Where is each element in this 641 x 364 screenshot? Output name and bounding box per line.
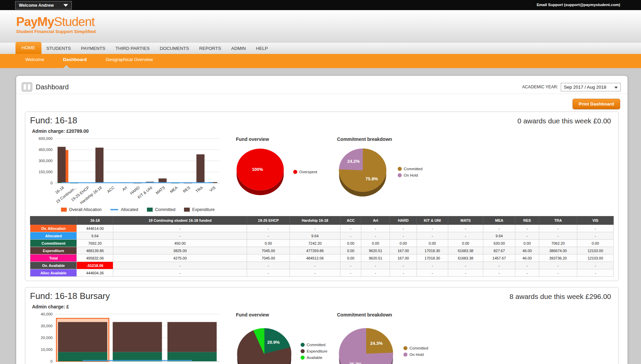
tab-home[interactable]: HOME <box>16 42 41 54</box>
sub-nav: WelcomeDashboardGeographical Overview <box>0 54 641 68</box>
legend-item-committed: Committed <box>403 346 428 350</box>
table-cell: - <box>577 262 614 269</box>
svg-text:0: 0 <box>51 181 53 185</box>
bar-committed <box>167 352 217 361</box>
x-axis-label: 16-18 <box>54 185 65 195</box>
table-row-committment: Committment7692.20450.000.007242.200.000… <box>30 240 614 247</box>
table-row-ov-available: Ov. Available-51218.06------------ <box>30 262 614 269</box>
user-dropdown[interactable]: Welcome Andrew <box>15 1 72 9</box>
legend-dot <box>403 353 407 357</box>
table-header-19-25-ehcp: 19-25 EHCP <box>247 216 290 225</box>
tab-help[interactable]: HELP <box>251 43 273 54</box>
table-cell: - <box>113 225 247 232</box>
fund1-charts-row: 0150,000300,000450,000600,00016-1819 Con… <box>30 135 614 212</box>
svg-text:30,000: 30,000 <box>41 324 53 328</box>
fund1-overview-legend: Overspent <box>293 170 317 174</box>
fund2-breakdown-legend: CommittedOn Hold <box>403 346 428 357</box>
legend-marker <box>147 208 153 212</box>
table-cell: - <box>290 269 340 277</box>
legend-item-committed: Committed <box>398 167 423 171</box>
main-nav: HOMESTUDENTSPAYMENTSTHIRD PARTIESDOCUMEN… <box>0 43 641 54</box>
table-cell: - <box>539 232 577 240</box>
legend-item-overall-allocation: Overall Allocation <box>61 207 102 212</box>
tab-admin[interactable]: ADMIN <box>226 43 251 54</box>
pie-slice-label: 24.3% <box>370 341 383 346</box>
logo-bold: PayMy <box>16 15 54 29</box>
table-cell: - <box>448 262 483 269</box>
x-axis-label: ACC <box>106 185 115 193</box>
x-axis-label: TRA <box>195 185 204 193</box>
table-cell: 7692.20 <box>77 240 113 247</box>
table-cell: - <box>417 262 448 269</box>
row-label: Allocated <box>30 232 77 240</box>
fund2-charts-row: 010,00020,00030,00040,000 Fund overview … <box>30 311 614 364</box>
x-axis-label: Art <box>121 185 128 192</box>
table-cell: 0.00 <box>361 240 390 247</box>
row-label: Alloc Available <box>30 269 77 277</box>
table-header-vis: VIS <box>577 216 614 225</box>
fund1-overview-pie: 100% <box>235 142 291 202</box>
page-title: Dashboard <box>36 83 69 91</box>
svg-text:450,000: 450,000 <box>38 148 53 152</box>
x-axis-label: Hardship 16-18 <box>79 185 102 205</box>
legend-dot <box>293 170 297 174</box>
table-cell: - <box>483 225 515 232</box>
dashboard-icon <box>22 82 32 92</box>
table-cell: 0.00 <box>390 240 417 247</box>
table-cell: 0.00 <box>247 240 290 247</box>
legend-item-allocated: Allocated <box>110 207 138 212</box>
table-cell: - <box>515 262 539 269</box>
logo-tagline: Student Financial Support Simplified <box>16 29 641 34</box>
legend-item-on-hold: On Hold <box>403 353 428 357</box>
table-cell: - <box>539 269 577 277</box>
tab-students[interactable]: STUDENTS <box>41 43 76 54</box>
legend-dot <box>398 173 402 177</box>
subnav-item-geographical-overview[interactable]: Geographical Overview <box>106 57 153 68</box>
table-cell: 9.64 <box>77 232 113 240</box>
pie-slice-label: 100% <box>252 167 263 172</box>
table-cell: 0.00 <box>417 240 448 247</box>
svg-text:600,000: 600,000 <box>38 136 53 141</box>
subnav-item-welcome[interactable]: Welcome <box>25 57 44 68</box>
table-cell: 9.64 <box>483 232 515 240</box>
fund2-breakdown-title: Commitment breakdown <box>337 312 447 317</box>
tab-payments[interactable]: PAYMENTS <box>76 43 110 54</box>
x-axis-label: RES <box>182 185 191 193</box>
table-cell: 630.00 <box>483 240 515 247</box>
logo: PayMyStudent <box>16 16 641 28</box>
table-cell: 61683.38 <box>448 254 483 262</box>
table-cell: - <box>417 269 448 277</box>
legend-dot <box>301 343 305 347</box>
tab-documents[interactable]: DOCUMENTS <box>155 43 194 54</box>
pie-slice-label: 75.7% <box>349 362 362 364</box>
legend-dot <box>301 349 305 353</box>
content-area: Dashboard ACADEMIC YEAR: Sep 2017 / Aug … <box>0 68 641 364</box>
table-cell: - <box>361 269 390 277</box>
tab-third-parties[interactable]: THIRD PARTIES <box>111 43 155 54</box>
table-cell: 488139.86 <box>77 247 113 254</box>
table-cell: 17018.30 <box>417 254 448 262</box>
svg-text:150,000: 150,000 <box>38 170 53 174</box>
table-cell: 9.64 <box>290 232 340 240</box>
svg-text:20,000: 20,000 <box>41 336 53 340</box>
academic-year-select[interactable]: Sep 2017 / Aug 2018 <box>561 83 621 91</box>
table-cell: - <box>340 262 361 269</box>
fund1-breakdown-title: Commitment breakdown <box>337 136 447 142</box>
academic-year-group: ACADEMIC YEAR: Sep 2017 / Aug 2018 <box>522 83 621 91</box>
svg-text:0: 0 <box>51 359 53 363</box>
table-cell: 0.00 <box>577 240 614 247</box>
table-cell: 0.00 <box>340 254 361 262</box>
table-header-mats: MATS <box>448 216 483 225</box>
print-dashboard-button[interactable]: Print Dashboard <box>573 99 620 109</box>
toolbar: Print Dashboard <box>16 94 628 111</box>
table-cell: 9620.51 <box>361 254 390 262</box>
pie-slice-label: 75.8% <box>366 176 378 181</box>
bar-expenditure <box>95 148 103 183</box>
legend-marker <box>184 208 190 212</box>
tab-reports[interactable]: REPORTS <box>194 43 226 54</box>
table-cell: 4275.00 <box>113 254 247 262</box>
fund1-overview-block: Fund overview 100% Overspent <box>235 135 336 202</box>
bar-expenditure <box>196 154 205 183</box>
table-row-allocated: Allocated9.64--9.64-----9.64--- <box>30 232 614 240</box>
fund2-admin-charge: Admin charge: £ <box>32 304 614 309</box>
